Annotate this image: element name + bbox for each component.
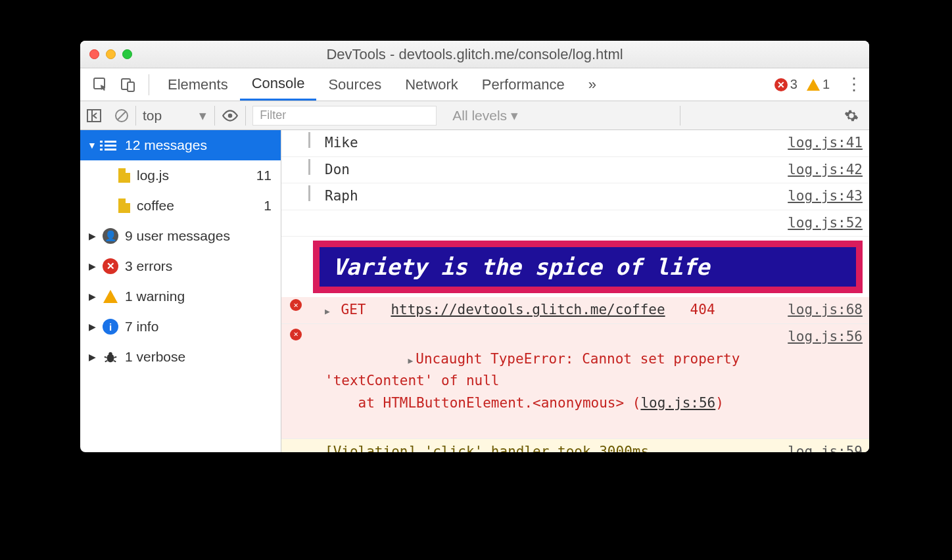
sidebar-file-logjs[interactable]: log.js 11: [80, 160, 281, 191]
sidebar-messages[interactable]: ▼ 12 messages: [80, 130, 281, 160]
log-row-styled-src[interactable]: log.js:52: [281, 210, 869, 237]
svg-rect-2: [128, 82, 134, 91]
tab-sources[interactable]: Sources: [316, 68, 393, 101]
warning-count-badge[interactable]: 1: [807, 77, 830, 92]
sidebar-file-name: log.js: [137, 168, 169, 183]
chevron-right-icon[interactable]: ▶: [408, 356, 413, 365]
tab-elements[interactable]: Elements: [156, 68, 240, 101]
error-count: 3: [790, 77, 797, 92]
log-row-violation[interactable]: [Violation] 'click' handler took 3000ms …: [281, 439, 869, 452]
chevron-right-icon: ▶: [85, 321, 99, 332]
log-levels-selector[interactable]: All levels ▾: [443, 108, 527, 124]
user-icon: 👤: [103, 228, 118, 244]
log-source[interactable]: log.js:42: [788, 159, 863, 181]
tab-bar: Elements Console Sources Network Perform…: [80, 68, 869, 101]
tab-performance[interactable]: Performance: [470, 68, 577, 101]
sidebar-file-name: coffee: [137, 198, 174, 214]
log-message: Raph: [320, 185, 788, 208]
list-icon: [101, 141, 120, 151]
stack-frame: at HTMLButtonElement.<anonymous> (log.js…: [325, 395, 724, 411]
log-source[interactable]: log.js:52: [788, 212, 863, 235]
minimize-icon[interactable]: [106, 49, 116, 59]
tabs-overflow-icon[interactable]: »: [577, 68, 608, 101]
log-row[interactable]: Raph log.js:43: [281, 183, 869, 210]
error-message-line: 'textContent' of null: [325, 373, 500, 388]
log-row-network-error[interactable]: ✕ ▶ GET https://devtools.glitch.me/coffe…: [281, 297, 869, 324]
svg-line-6: [118, 112, 126, 120]
console-toolbar: top All levels ▾: [80, 101, 869, 130]
violation-message: [Violation] 'click' handler took 3000ms: [320, 441, 788, 452]
sidebar-verbose[interactable]: ▶ 1 verbose: [80, 342, 281, 372]
bug-icon: [101, 350, 120, 364]
log-row[interactable]: Mike log.js:41: [281, 130, 869, 157]
sidebar-messages-label: 12 messages: [125, 137, 207, 153]
sidebar-errors[interactable]: ▶ ✕ 3 errors: [80, 251, 281, 281]
tab-network[interactable]: Network: [393, 68, 470, 101]
svg-line-13: [114, 361, 116, 362]
log-message: Don: [320, 159, 788, 181]
sidebar-item-label: 7 info: [125, 319, 158, 335]
console-body: ▼ 12 messages log.js 11 coffee 1 ▶ 👤 9 u…: [80, 130, 869, 452]
log-pane: Mike log.js:41 Don log.js:42 Raph log.js…: [281, 130, 869, 452]
sidebar-item-label: 1 verbose: [125, 349, 185, 365]
sidebar-info[interactable]: ▶ i 7 info: [80, 312, 281, 342]
chevron-right-icon[interactable]: ▶: [325, 306, 330, 316]
log-source[interactable]: log.js:41: [788, 132, 863, 154]
error-icon: ✕: [774, 78, 788, 91]
kebab-menu-icon[interactable]: ⋮: [839, 74, 869, 95]
warning-count: 1: [822, 77, 830, 92]
sidebar-warnings[interactable]: ▶ 1 warning: [80, 281, 281, 312]
svg-point-7: [228, 113, 233, 118]
svg-line-10: [105, 357, 107, 358]
log-source[interactable]: log.js:68: [788, 299, 863, 321]
log-message: Mike: [320, 132, 788, 154]
toggle-sidebar-icon[interactable]: [80, 101, 108, 129]
log-source[interactable]: log.js:43: [788, 185, 863, 208]
close-icon[interactable]: [89, 49, 99, 59]
error-count-badge[interactable]: ✕ 3: [774, 77, 797, 92]
http-method: GET: [341, 302, 366, 317]
log-row[interactable]: Don log.js:42: [281, 157, 869, 184]
titlebar: DevTools - devtools.glitch.me/console/lo…: [80, 41, 869, 68]
warning-icon: [103, 290, 118, 303]
window-title: DevTools - devtools.glitch.me/console/lo…: [80, 46, 869, 63]
svg-line-11: [114, 357, 117, 358]
sidebar-item-label: 9 user messages: [125, 228, 230, 244]
sidebar-user-messages[interactable]: ▶ 👤 9 user messages: [80, 221, 281, 251]
maximize-icon[interactable]: [122, 49, 132, 59]
svg-line-12: [105, 361, 108, 362]
devtools-window: DevTools - devtools.glitch.me/console/lo…: [80, 41, 869, 452]
chevron-right-icon: ▶: [85, 231, 99, 241]
chevron-right-icon: ▶: [85, 261, 99, 271]
sidebar-item-label: 1 warning: [125, 289, 185, 304]
sidebar-file-count: 1: [264, 198, 272, 214]
inspect-element-icon[interactable]: [91, 75, 110, 95]
error-icon: ✕: [290, 299, 302, 311]
filter-input[interactable]: [252, 106, 437, 126]
warning-icon: [807, 79, 820, 91]
clear-console-icon[interactable]: [108, 101, 135, 129]
chevron-right-icon: ▶: [85, 291, 99, 302]
log-source[interactable]: log.js:59: [788, 441, 863, 452]
request-url[interactable]: https://devtools.glitch.me/coffee: [391, 302, 665, 317]
settings-gear-icon[interactable]: [834, 108, 869, 123]
context-selector[interactable]: top: [136, 101, 214, 129]
sidebar-file-count: 11: [256, 168, 272, 183]
log-source[interactable]: log.js:56: [788, 326, 863, 348]
http-status: 404: [690, 302, 715, 317]
error-icon: ✕: [290, 329, 302, 340]
styled-log-message: Variety is the spice of life: [313, 241, 863, 293]
live-expression-icon[interactable]: [215, 101, 245, 129]
sidebar-file-coffee[interactable]: coffee 1: [80, 191, 281, 221]
tab-console[interactable]: Console: [240, 68, 317, 101]
stack-link[interactable]: log.js:56: [640, 395, 715, 411]
log-row-type-error[interactable]: ✕ ▶Uncaught TypeError: Cannot set proper…: [281, 324, 869, 439]
sidebar-item-label: 3 errors: [125, 258, 172, 274]
file-icon: [118, 198, 130, 213]
log-row-styled[interactable]: Variety is the spice of life: [281, 237, 869, 297]
info-icon: i: [103, 319, 118, 335]
sidebar: ▼ 12 messages log.js 11 coffee 1 ▶ 👤 9 u…: [80, 130, 281, 452]
device-toggle-icon[interactable]: [118, 75, 138, 95]
svg-point-9: [108, 352, 112, 356]
chevron-right-icon: ▶: [85, 352, 99, 362]
